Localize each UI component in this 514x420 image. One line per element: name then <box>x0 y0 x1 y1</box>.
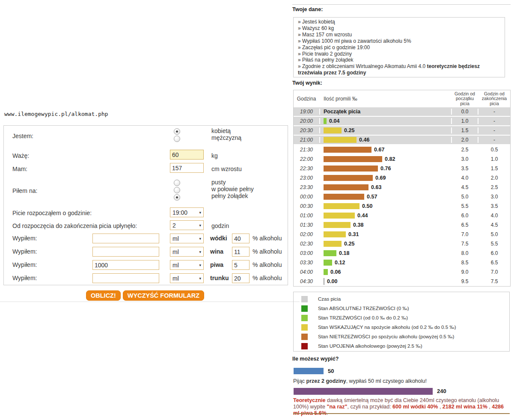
promille-bar <box>324 166 378 172</box>
duration-unit: godzin <box>211 222 229 229</box>
drink-unit-select[interactable]: ml ▾ <box>170 247 204 257</box>
row-hours-start: 7.0 <box>451 231 478 237</box>
drink-percent-input[interactable] <box>232 260 250 270</box>
promille-bar <box>324 231 346 237</box>
row-hours-end: - <box>478 137 510 143</box>
drink-row: Wypiłem: ml ▾ trunku % alkoholu <box>4 273 288 284</box>
drink-unit-select[interactable]: ml ▾ <box>170 273 204 283</box>
radio-stomach-0[interactable] <box>174 180 180 186</box>
can-drink-title: Ile możesz wypić? <box>292 356 339 362</box>
row-hours-start: 5.0 <box>451 194 478 200</box>
start-time-select[interactable]: 19:00 ▾ <box>170 207 204 217</box>
radio-stomach-1[interactable] <box>174 187 180 193</box>
legend-label: Stan ABSOLUTNEJ TRZEŹWOŚCI (0 ‰) <box>318 306 409 311</box>
drink-amount-input[interactable] <box>92 260 159 270</box>
result-table-row: 20:00 0.04 1.0 - <box>294 117 510 126</box>
promille-bar <box>324 175 373 181</box>
result-table-row: 03:30 0.12 8.5 6.5 <box>294 258 510 267</box>
legend-color-swatch <box>301 324 308 331</box>
result-table-row: 02:00 0.31 7.0 5.0 <box>294 230 510 239</box>
legend-label: Czas picia <box>318 296 341 302</box>
gender-option-label[interactable]: kobietą <box>211 127 241 134</box>
row-bar-cell: 0.25 <box>319 241 451 247</box>
row-hours-end: 6.5 <box>478 260 510 266</box>
result-table-row: 02:30 0.25 7.5 5.5 <box>294 239 510 248</box>
promille-value: 0.76 <box>380 166 391 172</box>
gender-option-labels: kobietąmężczyzną <box>211 127 241 141</box>
promille-bar <box>324 118 327 124</box>
row-time: 00:00 <box>294 194 319 200</box>
row-hours-end: - <box>478 109 510 115</box>
legend-box: Czas picia Stan ABSOLUTNEJ TRZEŹWOŚCI (0… <box>293 292 510 352</box>
your-data-item: » Ważysz 60 kg <box>298 25 505 32</box>
radio-gender-1[interactable] <box>174 136 180 142</box>
promille-value: 0.46 <box>359 137 369 143</box>
promille-value: 0.00 <box>327 278 337 284</box>
promille-value: 0.12 <box>335 260 345 266</box>
drink-name: wina <box>210 248 223 255</box>
promille-value: 0.57 <box>367 194 377 200</box>
drink-amount-input[interactable] <box>92 247 159 257</box>
calculate-button[interactable]: OBLICZ! <box>86 290 121 301</box>
alkomat-page: www.ilemogewypic.pl/alkomat.php Jestem: … <box>0 0 514 420</box>
drink-label: Wypiłem: <box>12 261 37 268</box>
result-table-row: 23:30 0.63 4.5 2.5 <box>294 183 510 192</box>
drink-unit-select[interactable]: ml ▾ <box>170 260 204 270</box>
stomach-option-label[interactable]: pełny żołądek <box>211 192 254 199</box>
your-data-item: » Piłaś na pełny żołądek <box>298 57 505 63</box>
gender-option-label[interactable]: mężczyzną <box>211 134 241 141</box>
height-label: Mam: <box>12 166 27 172</box>
row-bar-cell: 0.50 <box>319 203 451 209</box>
radio-gender-0[interactable] <box>174 128 180 135</box>
row-hours-end: 7.0 <box>478 269 510 275</box>
legend-label: Stan UPOJENIA alkoholowego (powyżej 2.5 … <box>318 343 422 349</box>
stomach-option-label[interactable]: pusty <box>211 179 254 186</box>
row-bar-cell: 0.44 <box>319 213 451 219</box>
legend-color-swatch <box>301 315 308 321</box>
legend-label: Stan NIETRZEŹWOŚCI po spożyciu alkoholu … <box>318 334 454 339</box>
chevron-down-icon: ▾ <box>199 237 201 241</box>
result-table-row: 04:30 0.00 9.5 7.5 <box>294 277 510 286</box>
start-time-label: Picie rozpocząłem o godzinie: <box>12 210 92 216</box>
drink-label: Wypiłem: <box>12 275 37 281</box>
promille-bar <box>324 184 368 190</box>
legend-row: Stan WSKAZUJĄCY na spożycie alkoholu (od… <box>294 322 509 332</box>
chevron-down-icon: ▾ <box>199 276 201 281</box>
row-hours-start: 7.5 <box>451 241 478 247</box>
row-bar-cell: 0.06 <box>319 269 451 275</box>
header-promille: Ilość promili ‰ <box>319 96 451 102</box>
stomach-option-label[interactable]: w połowie pełny <box>211 186 254 192</box>
result-table-row: 22:30 0.76 3.5 1.5 <box>294 164 510 173</box>
row-hours-end: 3.5 <box>478 203 510 209</box>
duration-select[interactable]: 2 ▾ <box>170 220 204 230</box>
row-hours-start: 2.0 <box>451 137 478 143</box>
drink-percent-input[interactable] <box>232 273 250 283</box>
drink-amount-input[interactable] <box>92 273 159 283</box>
clear-form-button[interactable]: WYCZYŚĆ FORMULARZ <box>123 290 204 301</box>
promille-bar <box>324 269 328 275</box>
drink-name: trunku <box>210 275 229 281</box>
height-input[interactable] <box>170 163 204 173</box>
row-bar-cell: 0.31 <box>319 231 451 237</box>
radio-stomach-2[interactable] <box>174 194 180 201</box>
form-buttons: OBLICZ! WYCZYŚĆ FORMULARZ <box>86 290 204 301</box>
row-bar-cell: 0.04 <box>319 118 451 124</box>
drink-amount-input[interactable] <box>92 234 159 243</box>
your-data-item: » Jesteś kobietą <box>298 19 505 25</box>
bottom-divider <box>293 413 510 414</box>
drink-percent-input[interactable] <box>232 234 250 243</box>
row-hours-start: 8.0 <box>451 250 478 256</box>
drink-percent-input[interactable] <box>232 247 250 257</box>
alkomat-form: Jestem: kobietąmężczyzną Ważę: kg Mam: c… <box>3 125 288 285</box>
left-divider <box>0 302 300 302</box>
drink-unit-value: ml <box>172 248 179 255</box>
result-table: Godzina Ilość promili ‰ Godzin od począt… <box>293 90 511 287</box>
promille-value: 0.63 <box>371 184 381 190</box>
row-bar-cell: 0.63 <box>319 184 451 190</box>
row-hours-end: 6.0 <box>478 250 510 256</box>
weight-input[interactable] <box>170 150 204 160</box>
promille-value: 0.38 <box>353 222 363 228</box>
drink-name: wódki <box>210 235 227 242</box>
your-data-box: » Jesteś kobietą» Ważysz 60 kg» Masz 157… <box>293 17 505 77</box>
drink-unit-select[interactable]: ml ▾ <box>170 234 204 243</box>
